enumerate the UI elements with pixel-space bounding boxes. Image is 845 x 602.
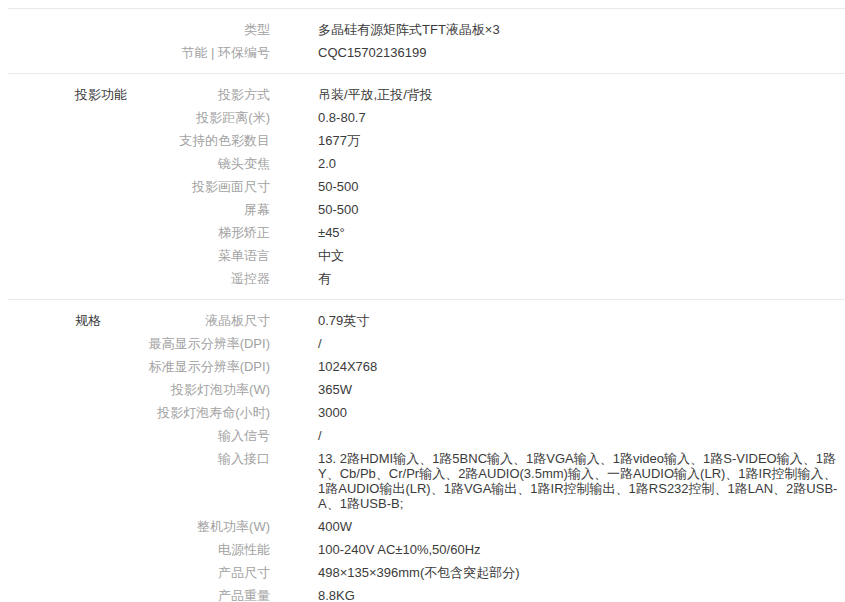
spec-value: 0.79英寸 [318, 313, 369, 328]
spec-value: 498×135×396mm(不包含突起部分) [318, 565, 520, 580]
section-category: 规格 [75, 313, 101, 328]
spec-label: 最高显示分辨率(DPI) [8, 336, 270, 351]
spec-row: 投影灯泡寿命(小时) 3000 [8, 401, 845, 424]
spec-label: 支持的色彩数目 [8, 133, 270, 148]
spec-label: 投影灯泡寿命(小时) [8, 405, 270, 420]
spec-section-specs: 规格 液晶板尺寸 0.79英寸 最高显示分辨率(DPI) / 标准显示分辨率(D… [8, 299, 845, 602]
spec-label: 产品尺寸 [8, 565, 270, 580]
spec-row: 菜单语言 中文 [8, 244, 845, 267]
spec-label: 输入接口 [8, 451, 270, 466]
spec-row: 输入接口 13. 2路HDMI输入、1路5BNC输入、1路VGA输入、1路vid… [8, 447, 845, 515]
spec-label: 屏幕 [8, 202, 270, 217]
section-category: 投影功能 [75, 87, 127, 102]
spec-value: 50-500 [318, 202, 358, 217]
spec-value: 8.8KG [318, 588, 355, 602]
spec-value: 2.0 [318, 156, 336, 171]
spec-label: 投影灯泡功率(W) [8, 382, 270, 397]
spec-row: 投影方式 吊装/平放,正投/背投 [8, 83, 845, 106]
spec-section-projection: 投影功能 投影方式 吊装/平放,正投/背投 投影距离(米) 0.8-80.7 支… [8, 73, 845, 299]
spec-row: 屏幕 50-500 [8, 198, 845, 221]
spec-row: 投影画面尺寸 50-500 [8, 175, 845, 198]
spec-row: 镜头变焦 2.0 [8, 152, 845, 175]
spec-value: / [318, 336, 322, 351]
spec-value: 13. 2路HDMI输入、1路5BNC输入、1路VGA输入、1路video输入、… [318, 451, 838, 511]
spec-value: 多晶硅有源矩阵式TFT液晶板×3 [318, 22, 500, 37]
spec-row: 整机功率(W) 400W [8, 515, 845, 538]
spec-value: 100-240V AC±10%,50/60Hz [318, 542, 481, 557]
spec-value: ±45° [318, 225, 345, 240]
spec-label: 投影画面尺寸 [8, 179, 270, 194]
spec-value: 0.8-80.7 [318, 110, 366, 125]
spec-row: 电源性能 100-240V AC±10%,50/60Hz [8, 538, 845, 561]
spec-row: 梯形矫正 ±45° [8, 221, 845, 244]
spec-row: 标准显示分辨率(DPI) 1024X768 [8, 355, 845, 378]
spec-label: 整机功率(W) [8, 519, 270, 534]
spec-label: 产品重量 [8, 588, 270, 602]
spec-label: 梯形矫正 [8, 225, 270, 240]
spec-label: 标准显示分辨率(DPI) [8, 359, 270, 374]
spec-row: 遥控器 有 [8, 267, 845, 290]
spec-row: 节能 | 环保编号 CQC15702136199 [8, 41, 845, 64]
spec-row: 最高显示分辨率(DPI) / [8, 332, 845, 355]
spec-value: 400W [318, 519, 352, 534]
spec-row: 液晶板尺寸 0.79英寸 [8, 309, 845, 332]
spec-row: 支持的色彩数目 1677万 [8, 129, 845, 152]
spec-section-basic: 类型 多晶硅有源矩阵式TFT液晶板×3 节能 | 环保编号 CQC1570213… [8, 8, 845, 73]
spec-label: 液晶板尺寸 [8, 313, 270, 328]
spec-label: 遥控器 [8, 271, 270, 286]
spec-label: 电源性能 [8, 542, 270, 557]
spec-value: 1677万 [318, 133, 360, 148]
spec-value: 3000 [318, 405, 347, 420]
spec-row: 投影距离(米) 0.8-80.7 [8, 106, 845, 129]
spec-value: 365W [318, 382, 352, 397]
spec-value: CQC15702136199 [318, 45, 426, 60]
spec-row: 产品重量 8.8KG [8, 584, 845, 602]
spec-value: 吊装/平放,正投/背投 [318, 87, 433, 102]
spec-value: / [318, 428, 322, 443]
spec-row: 产品尺寸 498×135×396mm(不包含突起部分) [8, 561, 845, 584]
spec-label: 投影方式 [8, 87, 270, 102]
spec-row: 类型 多晶硅有源矩阵式TFT液晶板×3 [8, 18, 845, 41]
spec-label: 投影距离(米) [8, 110, 270, 125]
spec-value: 1024X768 [318, 359, 377, 374]
spec-row: 输入信号 / [8, 424, 845, 447]
spec-label: 节能 | 环保编号 [8, 45, 270, 60]
product-spec-table: 类型 多晶硅有源矩阵式TFT液晶板×3 节能 | 环保编号 CQC1570213… [8, 0, 845, 602]
spec-value: 有 [318, 271, 331, 286]
spec-row: 投影灯泡功率(W) 365W [8, 378, 845, 401]
spec-label: 类型 [8, 22, 270, 37]
spec-value: 中文 [318, 248, 344, 263]
spec-value: 50-500 [318, 179, 358, 194]
spec-label: 菜单语言 [8, 248, 270, 263]
spec-label: 输入信号 [8, 428, 270, 443]
spec-label: 镜头变焦 [8, 156, 270, 171]
